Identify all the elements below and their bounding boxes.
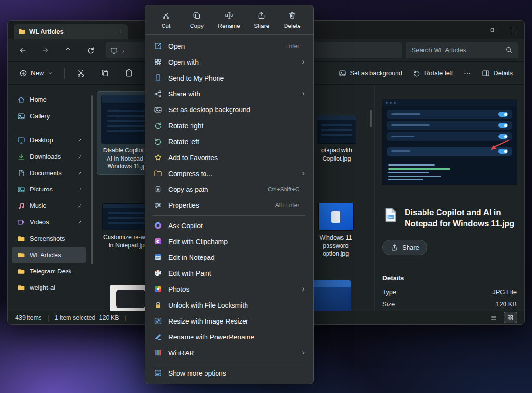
menu-item-copy-as-path[interactable]: Copy as path Ctrl+Shift+C › (148, 181, 310, 197)
view-toggles (488, 312, 517, 323)
new-button[interactable]: New (14, 67, 57, 80)
sidebar-item-wl-articles[interactable]: WL Articles (12, 247, 86, 263)
menu-item-photos[interactable]: Photos › (148, 281, 310, 297)
sidebar-item-downloads[interactable]: Downloads (12, 149, 86, 164)
videos-icon (17, 218, 25, 226)
wallpaper-icon (153, 106, 162, 114)
preview-file-header: Disable Copilot and AI in Notepad for Wi… (382, 207, 517, 229)
sidebar: Home Gallery Desktop Downloads Documents… (8, 85, 89, 311)
sidebar-item-telegram-desktop[interactable]: Telegram Desktop (12, 263, 86, 279)
command-details[interactable]: Details (477, 66, 518, 81)
quick-rename[interactable]: Rename (216, 10, 242, 30)
quick-cut[interactable]: Cut (155, 10, 177, 30)
home-icon (17, 96, 25, 104)
file-area-scrollbar[interactable] (370, 110, 372, 127)
menu-item-rename-with-powerrename[interactable]: Rename with PowerRename › (148, 329, 310, 345)
list-view-button[interactable] (488, 312, 500, 323)
window-controls (462, 23, 522, 37)
back-icon (19, 46, 27, 54)
preview-image-text-lines (388, 164, 450, 180)
toolbar-copy[interactable] (95, 65, 114, 81)
menu-item-open-with[interactable]: Open with › (148, 54, 310, 70)
chevron-right-icon: › (302, 169, 305, 177)
quick-action-row: Cut Copy Rename Share Delete (145, 5, 313, 35)
quick-copy[interactable]: Copy (186, 10, 208, 30)
sidebar-item-music[interactable]: Music (12, 198, 86, 214)
grid-view-button[interactable] (504, 312, 517, 323)
close-button[interactable] (502, 23, 522, 37)
menu-item-open[interactable]: Open Enter › (148, 38, 310, 54)
divider (16, 128, 81, 128)
toolbar-cut[interactable] (71, 65, 90, 81)
nav-refresh[interactable] (82, 42, 99, 58)
context-menu-items: Open Enter › Open with › Send to My Phon… (145, 35, 313, 381)
share-with-icon (153, 90, 162, 98)
maximize-button[interactable] (482, 23, 502, 37)
documents-icon (17, 169, 25, 177)
toolbar-paste[interactable] (120, 65, 138, 81)
menu-item-edit-with-paint[interactable]: Edit with Paint › (148, 265, 310, 281)
menu-item-compress-to[interactable]: Compress to... › (148, 165, 310, 181)
sidebar-item-pictures[interactable]: Pictures (12, 181, 86, 197)
menu-item-share-with[interactable]: Share with › (148, 86, 310, 102)
chevron-right-icon: › (302, 348, 305, 356)
shortcut-text: Alt+Enter (275, 202, 300, 209)
rotate-left-icon (153, 137, 162, 146)
menu-item-resize-with-image-resizer[interactable]: Resize with Image Resizer › (148, 313, 310, 329)
nav-buttons (14, 42, 99, 58)
menu-item-edit-with-clipchamp[interactable]: Edit with Clipchamp › (148, 233, 310, 249)
quick-delete[interactable]: Delete (281, 10, 303, 30)
command-ellipsis[interactable] (459, 66, 476, 81)
menu-item-ask-copilot[interactable]: Ask Copilot › (148, 217, 310, 233)
copilot-icon (153, 221, 162, 230)
delete-icon (288, 11, 297, 20)
photos-icon (153, 285, 162, 294)
command-set-as-background[interactable]: Set as background (334, 66, 407, 81)
menu-item-send-to-my-phone[interactable]: Send to My Phone › (148, 70, 310, 86)
menu-item-rotate-right[interactable]: Rotate right › (148, 118, 310, 134)
preview-filename: Disable Copilot and AI in Notepad for Wi… (405, 207, 517, 229)
share-button[interactable]: Share (382, 240, 427, 255)
sidebar-item-weight-ai[interactable]: weight-ai (12, 280, 86, 296)
status-divider: | (47, 314, 49, 321)
command-rotate-left[interactable]: Rotate left (408, 66, 458, 81)
menu-item-winrar[interactable]: WinRAR › (148, 345, 310, 361)
rename-icon (225, 11, 233, 20)
items-count: 439 items (15, 314, 41, 321)
menu-item-properties[interactable]: Properties Alt+Enter › (148, 197, 310, 213)
nav-forward[interactable] (37, 42, 54, 58)
sidebar-item-home[interactable]: Home (12, 92, 86, 108)
tab-close-button[interactable] (114, 27, 123, 37)
wallpaper-icon (339, 69, 346, 77)
sidebar-item-videos[interactable]: Videos (12, 214, 86, 230)
file-item-otepad-with-copilot-jpg[interactable]: otepad with Copilot.jpg (312, 112, 362, 166)
sidebar-item-desktop[interactable]: Desktop (12, 132, 86, 148)
menu-item-set-as-desktop-background[interactable]: Set as desktop background › (148, 102, 310, 118)
nav-back[interactable] (14, 42, 31, 58)
sidebar-item-screenshots[interactable]: Screenshots (12, 230, 86, 246)
explorer-tab[interactable]: WL Articles (14, 24, 128, 39)
image-file-icon (382, 207, 399, 223)
divider (153, 363, 305, 363)
sidebar-item-documents[interactable]: Documents (12, 165, 86, 181)
sidebar-item-gallery[interactable]: Gallery (12, 108, 86, 124)
menu-item-unlock-with-file-locksmith[interactable]: Unlock with File Locksmith › (148, 297, 310, 313)
folder-icon (17, 251, 25, 259)
rotate-right-icon (153, 122, 162, 130)
open-icon (153, 42, 162, 51)
menu-item-add-to-favorites[interactable]: Add to Favorites › (148, 149, 310, 165)
compress-icon (153, 169, 162, 178)
search-box[interactable] (406, 42, 518, 58)
cut-icon (162, 11, 170, 20)
menu-item-rotate-left[interactable]: Rotate left › (148, 134, 310, 149)
nav-up[interactable] (60, 42, 76, 58)
minimize-button[interactable] (462, 23, 482, 37)
shortcut-text: Enter (286, 43, 300, 50)
file-item-windows-11-password-option-jpg[interactable]: Windows 11 password option.jpg (312, 200, 360, 261)
folder-icon (18, 28, 26, 35)
menu-item-show-more-options[interactable]: Show more options › (148, 365, 310, 381)
menu-item-edit-in-notepad[interactable]: Edit in Notepad › (148, 249, 310, 265)
plus-icon (19, 69, 27, 77)
quick-share[interactable]: Share (250, 10, 273, 30)
search-input[interactable] (411, 46, 505, 54)
